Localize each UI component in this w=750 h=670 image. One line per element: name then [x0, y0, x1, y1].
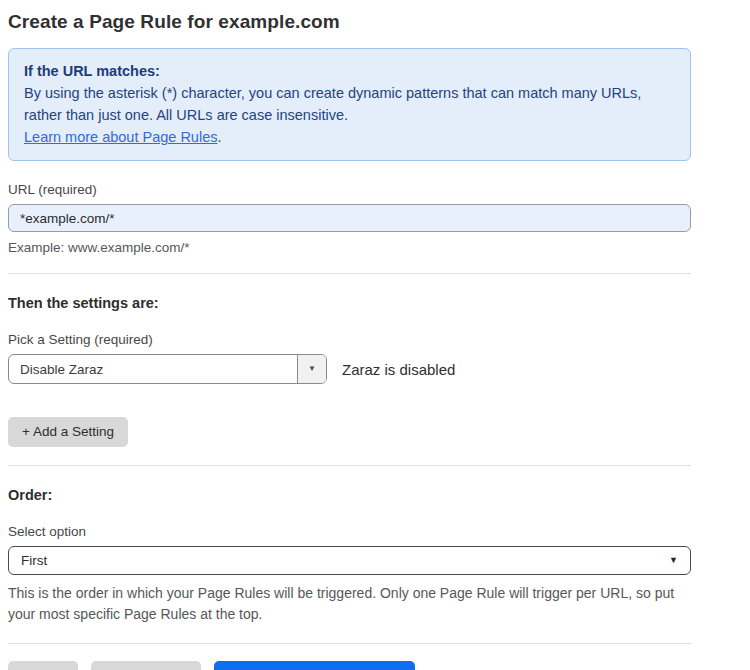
- url-field-label: URL (required): [8, 182, 691, 197]
- link-period: .: [217, 129, 221, 145]
- page-title: Create a Page Rule for example.com: [8, 11, 691, 33]
- setting-status-text: Zaraz is disabled: [342, 361, 455, 378]
- info-box-heading: If the URL matches:: [24, 60, 675, 82]
- setting-picker-row: Disable Zaraz ▼ Zaraz is disabled: [8, 354, 691, 384]
- add-setting-button[interactable]: + Add a Setting: [8, 417, 128, 447]
- settings-section-heading: Then the settings are:: [8, 295, 691, 311]
- learn-more-link[interactable]: Learn more about Page Rules: [24, 129, 217, 145]
- order-select-label: Select option: [8, 524, 691, 539]
- dropdown-arrow-icon: ▼: [669, 556, 678, 565]
- order-select-dropdown[interactable]: First ▼: [8, 546, 691, 575]
- info-box-body: By using the asterisk (*) character, you…: [24, 82, 675, 126]
- order-section-heading: Order:: [8, 487, 691, 503]
- order-help-text: This is the order in which your Page Rul…: [8, 583, 680, 625]
- order-select-value: First: [21, 553, 47, 568]
- divider: [8, 643, 691, 644]
- cancel-button[interactable]: Cancel: [8, 661, 78, 670]
- page-rule-form: Create a Page Rule for example.com If th…: [8, 0, 691, 670]
- footer-button-bar: Cancel Save as Draft Save and Deploy Pag…: [8, 661, 691, 670]
- setting-picker-dropdown[interactable]: Disable Zaraz ▼: [8, 354, 327, 384]
- setting-picker-arrow-button[interactable]: ▼: [297, 355, 326, 383]
- url-input[interactable]: [8, 204, 691, 232]
- dropdown-arrow-icon: ▼: [308, 365, 316, 373]
- divider: [8, 273, 691, 274]
- url-match-info-box: If the URL matches: By using the asteris…: [8, 48, 691, 161]
- divider: [8, 465, 691, 466]
- save-and-deploy-button[interactable]: Save and Deploy Page Rule: [214, 661, 416, 670]
- save-as-draft-button[interactable]: Save as Draft: [91, 661, 201, 670]
- setting-picker-value: Disable Zaraz: [9, 355, 297, 383]
- setting-picker-label: Pick a Setting (required): [8, 332, 691, 347]
- url-example-text: Example: www.example.com/*: [8, 240, 691, 255]
- info-box-link-line: Learn more about Page Rules.: [24, 126, 675, 148]
